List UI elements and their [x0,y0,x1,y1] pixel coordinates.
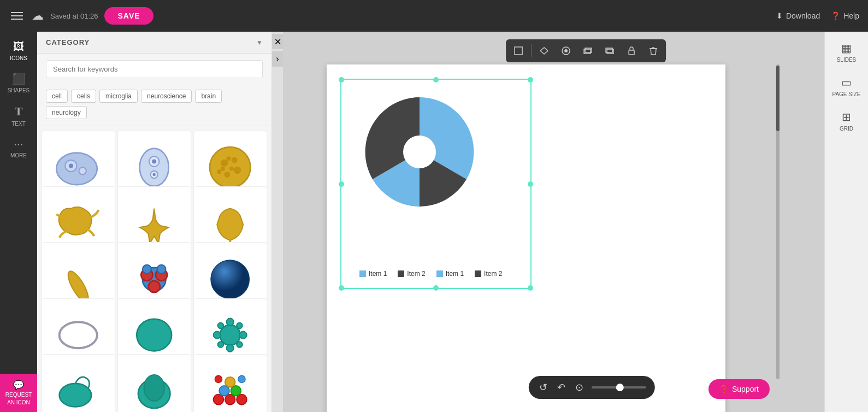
svg-point-6 [152,160,157,164]
topbar: ☁ Saved at 01:26 SAVE ⬇ Download ❓ Help [0,0,868,32]
page-size-btn[interactable]: ▭ PAGE SIZE [825,70,868,103]
zoom-track[interactable] [591,386,646,389]
svg-rect-50 [515,47,522,55]
toolbar-crop-btn[interactable] [508,42,529,60]
toolbar-delete-btn[interactable] [643,42,664,60]
download-button[interactable]: ⬇ Download [776,11,820,20]
toolbar-layer-up-btn[interactable] [577,42,598,60]
float-toolbar [506,39,666,62]
svg-point-22 [149,281,160,292]
svg-point-27 [60,322,97,348]
tag-microglia[interactable]: microglia [99,90,138,103]
tag-cell[interactable]: cell [46,90,68,103]
topbar-right: ⬇ Download ❓ Help [776,11,859,20]
canvas-white: Item 1 Item 2 Item 1 Item 2 [327,64,725,412]
text-icon: T [15,104,23,119]
sidebar-item-more[interactable]: ··· MORE [0,133,37,163]
menu-button[interactable] [9,10,25,22]
more-icon: ··· [14,138,23,150]
svg-point-12 [234,167,241,174]
right-sidebar: ▦ SLIDES ▭ PAGE SIZE ⊞ GRID [824,32,868,412]
svg-point-58 [403,136,436,168]
svg-point-15 [229,167,234,171]
svg-point-4 [140,149,169,186]
toolbar-lock-btn[interactable] [621,42,642,60]
sidebar-item-icons[interactable]: 🖼 ICONS [0,36,37,66]
saved-text: Saved at 01:26 [50,12,98,20]
timer-btn[interactable]: ⊙ [573,379,586,396]
save-button[interactable]: SAVE [104,7,153,25]
svg-point-48 [215,375,222,382]
scrollbar-thumb[interactable] [776,66,780,131]
collapse-panel: ✕ › [272,32,283,412]
undo-btn[interactable]: ↶ [555,379,568,396]
svg-point-52 [564,49,568,52]
help-button[interactable]: ❓ Help [831,11,859,20]
cloud-icon: ☁ [32,9,44,23]
icon-item-15[interactable] [193,354,267,412]
svg-point-23 [143,264,151,273]
icon-item-14[interactable] [117,354,191,412]
toolbar-layer-down-btn[interactable] [599,42,620,60]
category-arrow[interactable]: ▼ [256,39,263,46]
tag-brain[interactable]: brain [195,90,222,103]
zoom-slider[interactable] [591,386,646,389]
legend-item-4: Item 2 [475,270,502,278]
svg-point-16 [221,167,225,171]
collapse-close-button[interactable]: ✕ [272,34,283,49]
sidebar-icons: 🖼 ICONS ⬛ SHAPES T TEXT ··· MORE 💬 REQUE… [0,32,37,412]
zoom-thumb[interactable] [616,384,623,391]
search-input[interactable] [46,60,263,78]
bottom-bar: ↺ ↶ ⊙ [528,376,654,399]
svg-point-38 [60,384,92,407]
panel-header: CATEGORY ▼ [37,32,271,54]
icons-grid [37,126,271,412]
icons-icon: 🖼 [13,40,24,53]
grid-icon: ⊞ [842,110,851,123]
legend-item-3: Item 1 [436,270,464,278]
main-area: 🖼 ICONS ⬛ SHAPES T TEXT ··· MORE 💬 REQUE… [0,32,868,412]
sidebar-item-text[interactable]: T TEXT [0,100,37,131]
svg-point-49 [238,375,245,382]
svg-rect-57 [629,50,634,55]
icon-item-13[interactable] [42,354,115,412]
toolbar-color-btn[interactable] [556,42,576,60]
grid-btn[interactable]: ⊞ GRID [825,105,868,137]
toolbar-flip-btn[interactable] [534,42,554,60]
rotate-left-btn[interactable]: ↺ [537,379,550,396]
slides-panel-btn[interactable]: ▦ SLIDES [825,36,868,68]
tag-neurology[interactable]: neurology [46,106,87,119]
svg-point-28 [137,319,172,351]
tag-cells[interactable]: cells [71,90,96,103]
legend-label-3: Item 1 [446,270,464,278]
svg-point-33 [240,331,247,338]
svg-point-13 [225,172,231,178]
scrollbar[interactable] [776,64,780,379]
legend-item-2: Item 2 [398,270,425,278]
svg-point-3 [79,167,86,174]
legend-item-1: Item 1 [359,270,387,278]
legend-label-2: Item 2 [407,270,425,278]
svg-point-37 [237,342,243,348]
request-icon-btn[interactable]: 💬 REQUEST AN ICON [0,374,37,412]
canvas-area: Item 1 Item 2 Item 1 Item 2 [283,32,824,412]
handle-tr[interactable] [528,77,533,83]
svg-point-26 [211,260,249,298]
tags-area: cell cells microglia neuroscience brain … [37,85,271,126]
category-label: CATEGORY [46,38,90,46]
legend-label-1: Item 1 [369,270,387,278]
support-button[interactable]: ❓ Support [708,379,770,399]
handle-tl[interactable] [339,77,344,83]
legend-color-4 [475,270,481,277]
chart-area[interactable]: Item 1 Item 2 Item 1 Item 2 [343,86,529,294]
sidebar-item-shapes[interactable]: ⬛ SHAPES [0,68,37,98]
collapse-expand-button[interactable]: › [272,51,283,67]
svg-point-34 [218,322,224,328]
tag-neuroscience[interactable]: neuroscience [141,90,192,103]
chart-legend: Item 1 Item 2 Item 1 Item 2 [359,270,502,278]
svg-point-11 [232,157,238,163]
svg-point-47 [225,377,235,387]
svg-point-32 [214,331,221,338]
shapes-icon: ⬛ [12,72,26,85]
handle-tc[interactable] [433,77,439,83]
